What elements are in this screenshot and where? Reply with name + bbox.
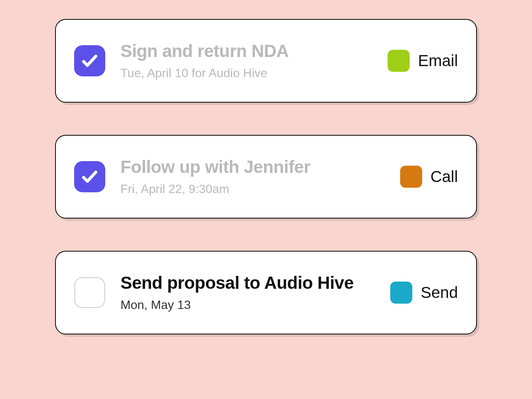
task-stage: Sign and return NDA Tue, April 10 for Au… <box>25 0 507 361</box>
tag-swatch <box>388 50 410 72</box>
task-meta: Mon, May 13 <box>120 298 375 312</box>
task-checkbox[interactable] <box>74 161 105 192</box>
task-card[interactable]: Follow up with Jennifer Fri, April 22, 9… <box>55 135 477 218</box>
task-checkbox[interactable] <box>74 45 105 76</box>
tag-label: Send <box>421 283 458 302</box>
task-meta: Fri, April 22, 9:30am <box>120 182 385 196</box>
task-title: Sign and return NDA <box>120 41 372 61</box>
task-title: Follow up with Jennifer <box>120 157 385 177</box>
task-tag[interactable]: Send <box>390 282 458 304</box>
task-list: Sign and return NDA Tue, April 10 for Au… <box>25 19 507 334</box>
task-body: Follow up with Jennifer Fri, April 22, 9… <box>120 157 385 196</box>
task-checkbox[interactable] <box>74 277 105 308</box>
task-tag[interactable]: Call <box>400 166 458 188</box>
task-card[interactable]: Send proposal to Audio Hive Mon, May 13 … <box>55 251 477 334</box>
tag-swatch <box>400 166 422 188</box>
task-tag[interactable]: Email <box>388 50 458 72</box>
tag-label: Email <box>418 52 458 70</box>
task-meta: Tue, April 10 for Audio Hive <box>120 66 372 80</box>
tag-label: Call <box>431 168 458 186</box>
task-body: Sign and return NDA Tue, April 10 for Au… <box>120 41 372 81</box>
checkmark-icon <box>81 168 99 186</box>
checkmark-icon <box>81 52 99 70</box>
task-card[interactable]: Sign and return NDA Tue, April 10 for Au… <box>55 19 477 103</box>
tag-swatch <box>390 282 412 304</box>
task-title: Send proposal to Audio Hive <box>120 273 375 293</box>
task-body: Send proposal to Audio Hive Mon, May 13 <box>120 273 375 312</box>
